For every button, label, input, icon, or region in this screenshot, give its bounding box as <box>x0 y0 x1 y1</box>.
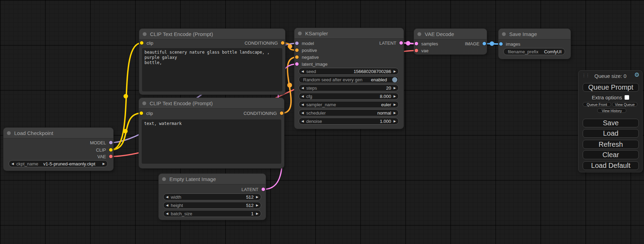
node-title-bar[interactable]: Load Checkpoint <box>3 128 113 138</box>
increment-arrow-icon[interactable]: ▶ <box>394 87 396 90</box>
input-port-clip[interactable]: clip <box>140 41 153 45</box>
save-button[interactable]: Save <box>583 119 639 127</box>
decrement-arrow-icon[interactable]: ◀ <box>301 120 304 123</box>
decrement-arrow-icon[interactable]: ◀ <box>11 162 14 165</box>
collapse-dot-icon[interactable] <box>142 101 146 105</box>
output-port-latent[interactable]: LATENT <box>379 41 403 45</box>
collapse-dot-icon[interactable] <box>298 31 302 35</box>
prompt-textarea[interactable]: text, watermark <box>142 119 281 164</box>
input-port-positive[interactable]: positive <box>295 48 317 52</box>
node-title-bar[interactable]: KSampler <box>294 28 404 39</box>
widget-width[interactable]: ◀ width 512 ▶ <box>163 193 261 200</box>
port-dot-icon[interactable] <box>415 42 418 45</box>
decrement-arrow-icon[interactable]: ◀ <box>301 87 304 90</box>
graph-canvas[interactable]: Load Checkpoint MODEL CLIP VAE ◀ ckpt_na… <box>0 0 644 244</box>
increment-arrow-icon[interactable]: ▶ <box>394 95 396 98</box>
input-port-vae[interactable]: vae <box>415 48 429 53</box>
output-port-clip[interactable]: CLIP <box>96 148 113 152</box>
decrement-arrow-icon[interactable]: ◀ <box>166 204 168 207</box>
queue-front-button[interactable]: Queue Front <box>583 102 611 107</box>
port-dot-icon[interactable] <box>109 148 113 152</box>
port-dot-icon[interactable] <box>109 155 113 158</box>
output-port-conditioning[interactable]: CONDITIONING <box>244 111 283 115</box>
port-dot-icon[interactable] <box>295 42 299 45</box>
queue-prompt-button[interactable]: Queue Prompt <box>583 83 639 92</box>
port-dot-icon[interactable] <box>295 48 299 52</box>
extra-options-checkbox[interactable] <box>625 95 629 100</box>
input-port-negative[interactable]: negative <box>295 55 319 59</box>
view-history-button[interactable]: View History <box>597 108 626 113</box>
port-dot-icon[interactable] <box>109 141 113 144</box>
increment-arrow-icon[interactable]: ▶ <box>256 212 258 215</box>
prompt-textarea[interactable]: beautiful scenery nature glass bottle la… <box>142 48 282 91</box>
port-dot-icon[interactable] <box>415 49 418 52</box>
node-save-image[interactable]: Save Image images filename_prefix ComfyU… <box>499 29 571 59</box>
output-port-vae[interactable]: VAE <box>97 154 113 159</box>
widget-ckpt-name[interactable]: ◀ ckpt_name v1-5-pruned-emaonly.ckpt ▶ <box>9 160 108 167</box>
widget-batch-size[interactable]: ◀ batch_size 1 ▶ <box>163 210 261 217</box>
port-dot-icon[interactable] <box>281 41 284 45</box>
node-title-bar[interactable]: Empty Latent Image <box>159 174 266 184</box>
load-default-button[interactable]: Load Default <box>583 161 639 170</box>
widget-steps[interactable]: ◀ steps 20 ▶ <box>299 84 399 91</box>
increment-arrow-icon[interactable]: ▶ <box>394 103 396 106</box>
widget-filename-prefix[interactable]: filename_prefix ComfyUI <box>503 48 565 55</box>
widget-height[interactable]: ◀ height 512 ▶ <box>163 202 261 209</box>
decrement-arrow-icon[interactable]: ◀ <box>301 95 304 98</box>
collapse-dot-icon[interactable] <box>162 177 166 181</box>
port-dot-icon[interactable] <box>262 188 265 191</box>
decrement-arrow-icon[interactable]: ◀ <box>166 212 168 215</box>
widget-cfg[interactable]: ◀ cfg 8.000 ▶ <box>299 93 399 100</box>
decrement-arrow-icon[interactable]: ◀ <box>166 196 168 199</box>
node-title-bar[interactable]: CLIP Text Encode (Prompt) <box>139 98 284 109</box>
increment-arrow-icon[interactable]: ▶ <box>394 120 396 123</box>
collapse-dot-icon[interactable] <box>143 32 147 36</box>
decrement-arrow-icon[interactable]: ◀ <box>301 111 304 115</box>
port-dot-icon[interactable] <box>399 41 403 45</box>
output-port-model[interactable]: MODEL <box>90 141 113 145</box>
collapse-dot-icon[interactable] <box>502 32 506 36</box>
port-dot-icon[interactable] <box>295 62 299 66</box>
collapse-dot-icon[interactable] <box>7 131 11 135</box>
port-dot-icon[interactable] <box>483 42 486 45</box>
output-port-latent[interactable]: LATENT <box>241 187 265 191</box>
input-port-images[interactable]: images <box>499 42 520 46</box>
node-title-bar[interactable]: CLIP Text Encode (Prompt) <box>139 29 285 39</box>
input-port-samples[interactable]: samples <box>415 42 438 46</box>
input-port-clip[interactable]: clip <box>140 111 153 115</box>
toggle-dot-icon[interactable] <box>392 77 397 82</box>
port-dot-icon[interactable] <box>140 41 143 45</box>
collapse-dot-icon[interactable] <box>417 32 421 36</box>
refresh-button[interactable]: Refresh <box>583 140 639 149</box>
increment-arrow-icon[interactable]: ▶ <box>103 162 105 165</box>
output-port-conditioning[interactable]: CONDITIONING <box>245 41 284 45</box>
node-load-checkpoint[interactable]: Load Checkpoint MODEL CLIP VAE ◀ ckpt_na… <box>3 128 113 171</box>
node-clip-text-encode-negative[interactable]: CLIP Text Encode (Prompt) clip CONDITION… <box>139 98 284 168</box>
view-queue-button[interactable]: View Queue <box>612 102 637 107</box>
port-dot-icon[interactable] <box>295 55 299 59</box>
drag-handle-icon[interactable]: ⋮⋮ <box>582 73 589 78</box>
settings-gear-icon[interactable]: ⚙ <box>634 72 639 78</box>
widget-scheduler[interactable]: ◀ scheduler normal ▶ <box>299 109 399 116</box>
widget-sampler-name[interactable]: ◀ sampler_name euler ▶ <box>299 101 399 108</box>
input-port-latent-image[interactable]: latent_image <box>295 62 327 66</box>
node-title-bar[interactable]: VAE Decode <box>414 29 487 39</box>
decrement-arrow-icon[interactable]: ◀ <box>301 70 304 73</box>
increment-arrow-icon[interactable]: ▶ <box>394 70 396 73</box>
widget-denoise[interactable]: ◀ denoise 1.000 ▶ <box>299 118 399 125</box>
increment-arrow-icon[interactable]: ▶ <box>256 204 258 207</box>
decrement-arrow-icon[interactable]: ◀ <box>301 103 304 106</box>
port-dot-icon[interactable] <box>499 42 503 46</box>
input-port-model[interactable]: model <box>295 41 314 45</box>
port-dot-icon[interactable] <box>280 111 283 115</box>
increment-arrow-icon[interactable]: ▶ <box>256 196 258 199</box>
load-button[interactable]: Load <box>583 129 639 138</box>
node-clip-text-encode-positive[interactable]: CLIP Text Encode (Prompt) clip CONDITION… <box>139 29 285 94</box>
clear-button[interactable]: Clear <box>583 150 639 159</box>
node-vae-decode[interactable]: VAE Decode samples vae IMAGE <box>414 29 487 54</box>
node-empty-latent-image[interactable]: Empty Latent Image LATENT ◀ width 512 ▶ … <box>159 174 266 220</box>
increment-arrow-icon[interactable]: ▶ <box>394 111 396 115</box>
output-port-image[interactable]: IMAGE <box>465 42 486 46</box>
node-title-bar[interactable]: Save Image <box>499 29 571 39</box>
node-ksampler[interactable]: KSampler model positive negative latent_… <box>294 28 404 129</box>
